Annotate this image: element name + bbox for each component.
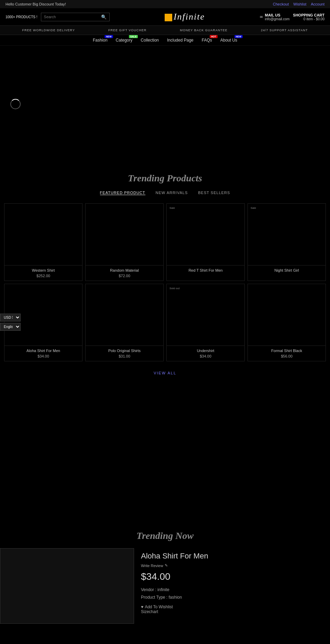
product-price-6: $34.00 [169,354,242,358]
mail-label: MAIL US [265,13,289,17]
mail-envelope-icon: ✉ [260,15,263,19]
trending-products-title: Trending Products [0,162,330,187]
hero-spinner [10,99,21,109]
dark-section [0,389,330,520]
product-name-6: Undershirt [169,349,242,353]
product-info-6: Undershirt $34.00 [167,346,244,361]
product-card-7[interactable]: Formal Shirt Black $56.00 [248,284,326,361]
mail-email: info@gmail.com [265,17,289,21]
product-price-1: $72.00 [88,274,161,278]
product-image-1 [86,204,163,265]
product-card-0[interactable]: Western Shirt $252.00 [4,203,82,281]
product-name-5: Polo Original Shirts [88,349,161,353]
currency-selector[interactable]: USD $EUR €GBP £ [0,314,21,321]
write-review-text: Write Review [141,564,163,568]
trending-now-details: Aloha Shirt For Men Write Review ✎ $34.0… [134,548,330,624]
nav-item-fashion[interactable]: Fashion NEW [93,38,108,43]
nav-item-about-us[interactable]: About Us NEW [220,38,237,43]
trending-now-content: Aloha Shirt For Men Write Review ✎ $34.0… [0,548,330,624]
announcement-text: Hello Customer Big Discount Today! [6,2,66,6]
filter-best-sellers[interactable]: BEST SELLERS [198,191,230,195]
soldout-badge-6: Sold out [169,287,179,290]
nav: Fashion NEW Category SALE Collection Inc… [0,35,330,46]
write-review-link[interactable]: Write Review ✎ [141,563,323,568]
product-image-7 [248,284,326,346]
search-wrap: 🔍 [41,13,110,21]
product-type-label: Product Type : [141,595,167,600]
wishlist-link[interactable]: Wishlist [293,2,306,6]
filter-featured[interactable]: FEATURED PRODUCT [100,191,145,195]
nav-item-category[interactable]: Category SALE [116,38,133,43]
feature-bar: FREE WORLDWIDE DELIVERY FREE GIFT VOUCHE… [0,26,330,35]
contact-info: ✉ MAIL US info@gmail.com [260,13,289,21]
hero-section [0,46,330,162]
cart-label: SHOPPING CART [293,13,324,17]
filter-new-arrivals[interactable]: NEW ARRIVALS [156,191,188,195]
products-count: 1000+ PRODUCTS ! [6,15,37,19]
header: 1000+ PRODUCTS ! 🔍 Infinite ✉ MAIL US in… [0,8,330,26]
product-type-value: fashion [169,595,182,600]
view-all-wrap: VIEW ALL [0,363,330,389]
product-name-0: Western Shirt [7,268,79,272]
product-name-2: Red T Shirt For Men [169,268,242,272]
trending-now-title: Trending Now [0,527,330,548]
vendor-row: Vendor : infinite [141,586,323,594]
cart-info[interactable]: SHOPPING CART 0 item - $0.00 [293,13,324,21]
product-info-2: Red T Shirt For Men [167,265,244,276]
nav-item-faqs[interactable]: FAQs HOT [202,38,212,43]
product-info-3: Night Shirt Girl [248,265,326,276]
product-card-5[interactable]: Polo Original Shirts $31.00 [85,284,164,361]
product-image-6: Sold out [167,284,244,346]
product-name-3: Night Shirt Girl [251,268,323,272]
search-input[interactable] [44,15,101,19]
product-card-1[interactable]: Random Material $72.00 [85,203,164,281]
announcement-links: Checkout Wishlist Account [270,2,324,6]
trending-now-image [0,548,134,624]
feature-4: 24/7 SUPPORT ASSISTANT [261,29,308,32]
product-name-1: Random Material [88,268,161,272]
checkout-link[interactable]: Checkout [273,2,289,6]
nav-item-collection[interactable]: Collection [141,38,159,43]
product-image-0 [4,204,82,265]
account-link[interactable]: Account [311,2,324,6]
product-price-5: $31.00 [88,354,161,358]
add-to-wishlist-button[interactable]: ♥ Add To Wishlist [141,605,323,609]
badge-hot-faqs: HOT [210,35,218,38]
vendor-label: Vendor : [141,587,156,592]
product-image-2: Sale [167,204,244,265]
feature-3: MONEY BACK GUARANTEE [180,29,227,32]
edit-icon: ✎ [165,563,168,568]
logo[interactable]: Infinite [113,12,257,22]
view-all-button[interactable]: VIEW ALL [154,371,176,375]
product-badge-3: Sale [251,206,256,210]
product-type-row: Product Type : fashion [141,594,323,601]
floating-selects: USD $EUR €GBP £ EnglishFrenchSpanish [0,314,21,331]
badge-new-fashion: NEW [104,35,113,38]
product-price-0: $252.00 [7,274,79,278]
nav-item-included-page[interactable]: Included Page [167,38,194,43]
logo-icon [165,14,172,21]
product-info-5: Polo Original Shirts $31.00 [86,346,163,361]
trending-now-meta: Vendor : infinite Product Type : fashion [141,586,323,601]
product-info-7: Formal Shirt Black $56.00 [248,346,326,361]
announcement-bar: Hello Customer Big Discount Today! Check… [0,0,330,8]
sizechart-link[interactable]: Sizechart [141,609,323,614]
logo-text: Infinite [174,12,205,22]
product-price-4: $34.00 [7,354,79,358]
badge-sale-category: SALE [129,35,138,38]
filter-tabs: FEATURED PRODUCT NEW ARRIVALS BEST SELLE… [0,187,330,202]
product-image-3: Sale [248,204,326,265]
trending-now-product-name: Aloha Shirt For Men [141,552,323,561]
product-badge-2: Sale [169,206,175,210]
product-info-1: Random Material $72.00 [86,265,163,281]
product-name-7: Formal Shirt Black [251,349,323,353]
product-grid: Western Shirt $252.00 Random Material $7… [0,202,330,363]
language-selector[interactable]: EnglishFrenchSpanish [0,323,21,331]
product-card-6[interactable]: Sold out Undershirt $34.00 [166,284,245,361]
product-price-7: $56.00 [251,354,323,358]
feature-1: FREE WORLDWIDE DELIVERY [22,29,75,32]
product-info-0: Western Shirt $252.00 [4,265,82,281]
search-icon[interactable]: 🔍 [101,14,107,20]
product-card-2[interactable]: Sale Red T Shirt For Men [166,203,245,281]
product-card-3[interactable]: Sale Night Shirt Girl [248,203,326,281]
